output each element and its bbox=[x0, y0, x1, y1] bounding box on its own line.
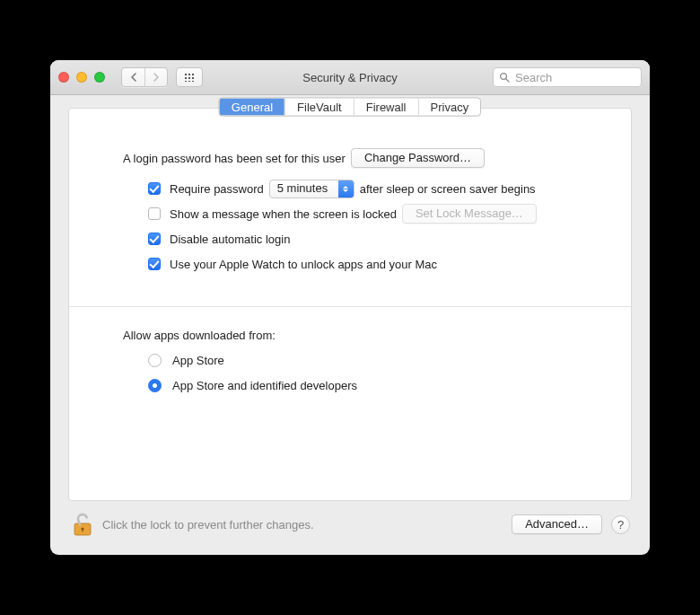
preferences-window: Security & Privacy General FileVault Fir… bbox=[50, 60, 650, 555]
tab-general[interactable]: General bbox=[220, 99, 284, 116]
footer: Click the lock to prevent further change… bbox=[68, 501, 632, 542]
window-body: General FileVault Firewall Privacy A log… bbox=[50, 95, 650, 555]
search-icon bbox=[499, 72, 510, 83]
toolbar-nav bbox=[121, 67, 203, 87]
login-password-row: A login password has been set for this u… bbox=[123, 148, 611, 168]
require-password-delay-select[interactable]: 5 minutes bbox=[269, 180, 354, 198]
help-button[interactable]: ? bbox=[611, 515, 630, 534]
disable-auto-login-checkbox[interactable] bbox=[148, 233, 161, 245]
titlebar: Security & Privacy bbox=[50, 60, 650, 95]
show-message-checkbox[interactable] bbox=[148, 207, 161, 220]
login-password-label: A login password has been set for this u… bbox=[123, 152, 346, 165]
gatekeeper-section: Allow apps downloaded from: App Store Ap… bbox=[89, 325, 611, 395]
tab-firewall[interactable]: Firewall bbox=[354, 99, 418, 116]
apple-watch-label: Use your Apple Watch to unlock apps and … bbox=[170, 258, 437, 271]
chevron-right-icon bbox=[153, 73, 160, 82]
chevron-left-icon bbox=[130, 73, 137, 82]
footer-right: Advanced… ? bbox=[512, 514, 630, 534]
tab-bar: General FileVault Firewall Privacy bbox=[219, 98, 481, 117]
lock-button[interactable] bbox=[70, 512, 95, 537]
gatekeeper-heading-row: Allow apps downloaded from: bbox=[123, 325, 611, 345]
apple-watch-row: Use your Apple Watch to unlock apps and … bbox=[148, 254, 611, 274]
general-panel: General FileVault Firewall Privacy A log… bbox=[68, 108, 632, 501]
svg-rect-3 bbox=[82, 529, 83, 532]
updown-icon bbox=[338, 180, 354, 198]
login-options: Require password 5 minutes after sleep o… bbox=[123, 179, 611, 274]
disable-auto-login-row: Disable automatic login bbox=[148, 229, 611, 249]
disable-auto-login-label: Disable automatic login bbox=[170, 233, 290, 246]
lock-caption: Click the lock to prevent further change… bbox=[102, 518, 314, 532]
unlocked-lock-icon bbox=[71, 512, 94, 537]
radio-app-store[interactable] bbox=[148, 354, 162, 367]
label-identified-developers: App Store and identified developers bbox=[172, 379, 357, 392]
close-icon[interactable] bbox=[58, 72, 69, 83]
change-password-button[interactable]: Change Password… bbox=[351, 148, 485, 168]
show-message-label: Show a message when the screen is locked bbox=[170, 207, 397, 221]
require-password-checkbox[interactable] bbox=[148, 182, 161, 195]
advanced-button[interactable]: Advanced… bbox=[512, 514, 602, 534]
gatekeeper-appstore-row: App Store bbox=[148, 350, 611, 370]
apple-watch-checkbox[interactable] bbox=[148, 258, 161, 270]
require-password-row: Require password 5 minutes after sleep o… bbox=[148, 179, 611, 198]
zoom-icon[interactable] bbox=[94, 72, 105, 83]
section-divider bbox=[69, 306, 631, 307]
login-password-section: A login password has been set for this u… bbox=[89, 148, 611, 274]
tab-filevault[interactable]: FileVault bbox=[284, 99, 354, 116]
gatekeeper-options: App Store App Store and identified devel… bbox=[123, 350, 611, 395]
tab-privacy[interactable]: Privacy bbox=[418, 99, 481, 116]
back-button[interactable] bbox=[122, 68, 144, 86]
search-input[interactable] bbox=[513, 70, 635, 85]
radio-identified-developers[interactable] bbox=[148, 379, 162, 392]
require-password-label: Require password bbox=[170, 182, 264, 196]
grid-icon bbox=[184, 73, 195, 82]
back-forward-segment bbox=[121, 67, 168, 87]
window-controls bbox=[58, 72, 105, 83]
gatekeeper-heading: Allow apps downloaded from: bbox=[123, 329, 276, 342]
show-message-row: Show a message when the screen is locked… bbox=[148, 204, 611, 224]
svg-line-1 bbox=[506, 79, 509, 82]
forward-button[interactable] bbox=[144, 68, 167, 86]
set-lock-message-button[interactable]: Set Lock Message… bbox=[402, 204, 537, 224]
gatekeeper-identified-row: App Store and identified developers bbox=[148, 375, 611, 395]
show-all-button[interactable] bbox=[176, 67, 203, 87]
after-sleep-label: after sleep or screen saver begins bbox=[360, 182, 536, 196]
label-app-store: App Store bbox=[172, 354, 224, 367]
search-field[interactable] bbox=[493, 67, 642, 87]
minimize-icon[interactable] bbox=[76, 72, 87, 83]
delay-selected-value: 5 minutes bbox=[270, 181, 338, 196]
